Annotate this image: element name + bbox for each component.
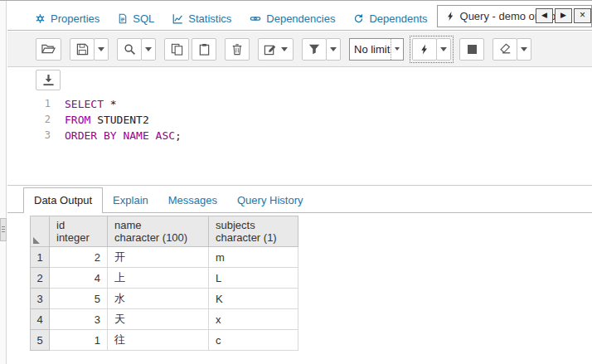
tab-query-history[interactable]: Query History — [227, 188, 313, 212]
properties-icon — [35, 13, 46, 24]
row-number-cell[interactable]: 5 — [31, 330, 50, 351]
line-number: 2 — [7, 112, 51, 128]
data-cell[interactable]: 往 — [108, 330, 209, 351]
edit-dropdown-button[interactable] — [258, 38, 294, 61]
stop-button[interactable] — [459, 38, 484, 61]
table-row: 51往c — [31, 330, 298, 351]
code-line[interactable]: 3ORDER BY NAME ASC; — [7, 128, 592, 143]
open-file-button[interactable] — [36, 38, 61, 61]
data-cell[interactable]: 开 — [108, 247, 209, 268]
splitter-collapse-handle[interactable] — [0, 218, 7, 241]
query-icon — [446, 11, 455, 22]
data-cell[interactable]: L — [209, 268, 298, 289]
tab-statistics[interactable]: Statistics — [163, 7, 240, 30]
column-header-id[interactable]: id integer — [50, 216, 108, 247]
tab-label: Dependents — [369, 12, 427, 25]
tab-label: Explain — [113, 194, 148, 206]
execute-dropdown-button[interactable] — [436, 38, 451, 61]
tab-label: Query History — [237, 194, 303, 206]
tab-scroll-left-button[interactable]: ◀ — [536, 8, 553, 23]
delete-icon — [231, 43, 243, 56]
tab-sql[interactable]: SQL — [109, 7, 163, 30]
find-dropdown-button[interactable] — [141, 38, 156, 61]
data-cell[interactable]: 4 — [50, 268, 108, 289]
close-tab-button[interactable]: × — [574, 8, 591, 23]
data-cell[interactable]: K — [209, 289, 298, 309]
dependents-icon — [353, 13, 364, 24]
column-header-name[interactable]: name character (100) — [108, 216, 209, 247]
tab-label: Messages — [168, 194, 217, 206]
row-limit-value: No limit — [350, 43, 391, 56]
paste-button[interactable] — [192, 38, 216, 61]
clear-button-group — [493, 38, 531, 61]
panel-splitter[interactable] — [0, 1, 7, 364]
data-cell[interactable]: c — [209, 330, 298, 351]
data-cell[interactable]: 天 — [108, 309, 209, 330]
back-icon: ◀ — [541, 11, 547, 19]
tab-explain[interactable]: Explain — [103, 188, 158, 212]
tab-dependencies[interactable]: Dependencies — [240, 7, 344, 30]
clear-dropdown-button[interactable] — [517, 38, 531, 61]
tab-scroll-right-button[interactable]: ▶ — [555, 8, 572, 23]
tab-nav-controls: ◀ ▶ × — [536, 8, 591, 23]
table-row: 12开m — [31, 247, 298, 268]
data-cell[interactable]: 上 — [108, 268, 209, 289]
column-name: subjects — [216, 219, 291, 231]
clear-button[interactable] — [493, 38, 517, 61]
grip-icon — [2, 226, 5, 234]
row-limit-dropdown[interactable] — [391, 39, 403, 60]
results-toolbar — [7, 67, 592, 92]
filter-dropdown-button[interactable] — [326, 38, 341, 61]
save-dropdown-button[interactable] — [94, 38, 109, 61]
save-button[interactable] — [70, 38, 95, 61]
sql-editor[interactable]: 1SELECT *2FROM STUDENT23ORDER BY NAME AS… — [7, 92, 592, 185]
select-all-cell[interactable] — [31, 216, 50, 247]
data-cell[interactable]: 2 — [50, 247, 108, 268]
grid-header-row: id integer name character (100) subjects… — [31, 216, 298, 247]
column-type: character (1) — [216, 231, 291, 244]
tab-messages[interactable]: Messages — [158, 188, 227, 212]
delete-row-button[interactable] — [225, 38, 250, 61]
code-line[interactable]: 1SELECT * — [7, 96, 592, 112]
execute-icon — [420, 43, 429, 56]
data-cell[interactable]: m — [209, 247, 298, 268]
row-limit-select[interactable]: No limit — [349, 38, 404, 61]
data-cell[interactable]: 水 — [108, 289, 209, 309]
column-type: character (100) — [114, 231, 201, 244]
code-text: ORDER BY NAME ASC; — [51, 128, 182, 143]
find-button[interactable] — [117, 38, 142, 61]
sql-icon — [118, 13, 128, 24]
row-number-cell[interactable]: 2 — [31, 268, 50, 289]
data-cell[interactable]: 1 — [50, 330, 108, 351]
table-row: 24上L — [31, 268, 298, 289]
save-results-button[interactable] — [36, 70, 61, 90]
tab-label: Statistics — [188, 12, 231, 25]
row-number-cell[interactable]: 4 — [31, 309, 50, 330]
filter-icon — [308, 43, 320, 55]
code-line[interactable]: 2FROM STUDENT2 — [7, 112, 592, 128]
tab-label: Data Output — [34, 194, 92, 206]
caret-down-icon — [145, 47, 152, 51]
code-text: SELECT * — [51, 96, 117, 112]
pgadmin-query-tool-window: Properties SQL Statistics Dependencies D… — [0, 0, 592, 364]
row-number-cell[interactable]: 3 — [31, 289, 50, 309]
column-header-subjects[interactable]: subjects character (1) — [209, 216, 298, 247]
stop-icon — [468, 45, 477, 54]
tab-dependents[interactable]: Dependents — [344, 7, 436, 30]
data-cell[interactable]: 5 — [50, 289, 108, 309]
tab-label: SQL — [133, 12, 154, 25]
tab-properties[interactable]: Properties — [26, 7, 109, 30]
copy-button[interactable] — [164, 38, 189, 61]
data-cell[interactable]: 3 — [50, 309, 108, 330]
execute-button[interactable] — [412, 38, 437, 61]
dependencies-icon — [250, 13, 261, 24]
caret-down-icon — [281, 47, 288, 51]
filter-button[interactable] — [302, 38, 327, 61]
find-button-group — [117, 38, 156, 61]
results-tab-bar: Data Output Explain Messages Query Histo… — [7, 186, 592, 213]
tab-bar: Properties SQL Statistics Dependencies D… — [7, 1, 592, 31]
sql-editor-lines: 1SELECT *2FROM STUDENT23ORDER BY NAME AS… — [7, 96, 592, 143]
data-cell[interactable]: x — [209, 309, 298, 330]
tab-data-output[interactable]: Data Output — [23, 187, 103, 213]
row-number-cell[interactable]: 1 — [31, 247, 50, 268]
